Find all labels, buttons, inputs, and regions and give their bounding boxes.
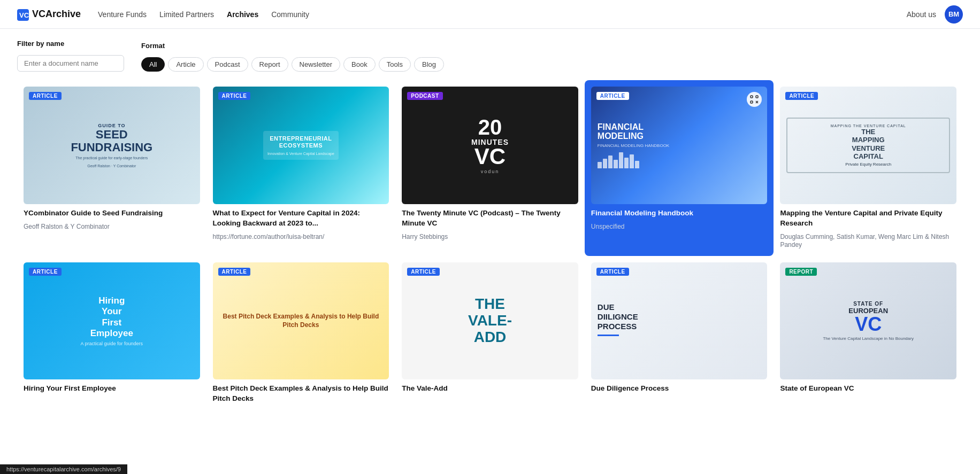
format-btn-all[interactable]: All — [141, 57, 165, 72]
book-visual-pitch: Best Pitch Deck Examples & Analysis to H… — [213, 262, 389, 380]
format-btn-podcast[interactable]: Podcast — [207, 57, 248, 72]
card-image-stateeuro: REPORT STATE OF EUROPEAN VC The Venture … — [780, 262, 956, 380]
map-subtitle: Private Equity Research — [793, 162, 944, 167]
card-mapvc[interactable]: ARTICLE MAPPING THE VENTURE CAPITAL THEM… — [774, 80, 963, 256]
card-eco[interactable]: ARTICLE ENTREPRENEURIALECOSYSTEMS Innova… — [206, 80, 396, 256]
nav-limited-partners[interactable]: Limited Partners — [159, 8, 214, 21]
card-image-eco: ARTICLE ENTREPRENEURIALECOSYSTEMS Innova… — [213, 87, 389, 204]
card-author-seed: Geoff Ralston & Y Combinator — [24, 223, 200, 231]
nav-links: Venture Funds Limited Partners Archives … — [98, 8, 907, 21]
card-image-hire: ARTICLE HiringYourFirstEmployee A practi… — [24, 262, 200, 380]
filter-row: Filter by name Format All Article Podcas… — [17, 40, 963, 72]
svg-rect-2 — [751, 96, 753, 98]
pitch-title: Best Pitch Deck Examples & Analysis to H… — [219, 313, 383, 329]
card-badge-pitch: ARTICLE — [218, 268, 251, 276]
eco-sub: Innovation & Venture Capital Landscape — [267, 152, 334, 156]
card-badge-20vc: PODCAST — [407, 92, 442, 100]
20vc-vc: VC — [474, 146, 506, 167]
book-visual-due: DUEDIILIGNCEPROCESS — [591, 262, 768, 380]
format-btn-article[interactable]: Article — [168, 57, 203, 72]
seed-authors: Geoff Ralston · Y Combinator — [87, 164, 136, 168]
book-visual-finmodel: FINANCIALMODELING FINANCIAL MODELING HAN… — [591, 87, 768, 204]
card-image-20vc: PODCAST 20 MINUTES VC vodun — [402, 87, 578, 204]
eco-title: ENTREPRENEURIALECOSYSTEMS — [267, 135, 334, 149]
navbar-right: About us BM — [907, 5, 963, 24]
seed-sub: The practical guide for early-stage foun… — [75, 156, 148, 160]
format-filter-group: Format All Article Podcast Report Newsle… — [141, 42, 444, 72]
card-stateeuro[interactable]: REPORT STATE OF EUROPEAN VC The Venture … — [774, 256, 963, 415]
card-badge-hire: ARTICLE — [29, 268, 62, 276]
book-visual-eco: ENTREPRENEURIALECOSYSTEMS Innovation & V… — [213, 87, 389, 204]
logo[interactable]: VC VCArchive — [17, 7, 81, 21]
card-image-seed: ARTICLE GUIDE TO SEEDFUNDRAISING The pra… — [24, 87, 200, 204]
navbar: VC VCArchive Venture Funds Limited Partn… — [0, 0, 980, 29]
format-btn-newsletter[interactable]: Newsletter — [292, 57, 340, 72]
format-btn-report[interactable]: Report — [251, 57, 288, 72]
card-badge-eco: ARTICLE — [218, 92, 251, 100]
hire-sub: A practical guide for founders — [81, 341, 143, 346]
nav-venture-funds[interactable]: Venture Funds — [98, 8, 147, 21]
fm-sub: FINANCIAL MODELING HANDBOOK — [598, 143, 669, 148]
book-visual-mapvc: MAPPING THE VENTURE CAPITAL THEMAPPINGVE… — [780, 87, 956, 204]
fm-chart — [598, 152, 639, 168]
user-avatar[interactable]: BM — [945, 5, 963, 24]
hire-title: HiringYourFirstEmployee — [90, 296, 133, 339]
card-author-mapvc: Douglas Cumming, Satish Kumar, Weng Marc… — [780, 233, 956, 250]
map-label: MAPPING THE VENTURE CAPITAL — [793, 124, 944, 128]
card-title-eco: What to Expect for Venture Capital in 20… — [213, 208, 389, 229]
card-title-finmodel: Financial Modeling Handbook — [591, 208, 768, 219]
card-author-20vc: Harry Stebbings — [402, 233, 578, 242]
archive-grid: ARTICLE GUIDE TO SEEDFUNDRAISING The pra… — [0, 80, 980, 432]
due-line — [598, 335, 619, 336]
nav-community[interactable]: Community — [271, 8, 309, 21]
20vc-num: 20 — [478, 116, 502, 138]
about-link[interactable]: About us — [907, 10, 936, 19]
format-btn-tools[interactable]: Tools — [379, 57, 411, 72]
card-due[interactable]: ARTICLE DUEDIILIGNCEPROCESS Due Diligenc… — [585, 256, 774, 415]
due-title: DUEDIILIGNCEPROCESS — [598, 302, 638, 331]
card-image-mapvc: ARTICLE MAPPING THE VENTURE CAPITAL THEM… — [780, 87, 956, 204]
20vc-brand: vodun — [481, 169, 500, 174]
book-visual-stateeuro: STATE OF EUROPEAN VC The Venture Capital… — [780, 262, 956, 380]
card-author-eco: https://fortune.com/author/luisa-beltran… — [213, 233, 389, 242]
card-vale[interactable]: ARTICLE THEVALE-ADD The Vale-Add — [395, 256, 585, 415]
card-author-finmodel: Unspecified — [591, 223, 768, 231]
card-badge-due: ARTICLE — [596, 268, 629, 276]
map-title: THEMAPPINGVENTURECAPITAL — [793, 128, 944, 161]
card-seed-fundraising[interactable]: ARTICLE GUIDE TO SEEDFUNDRAISING The pra… — [17, 80, 206, 256]
seed-big-title: SEEDFUNDRAISING — [71, 128, 152, 154]
card-image-pitch: ARTICLE Best Pitch Deck Examples & Analy… — [213, 262, 389, 380]
card-badge-finmodel: ARTICLE — [596, 92, 629, 100]
card-hire[interactable]: ARTICLE HiringYourFirstEmployee A practi… — [17, 256, 206, 415]
name-filter-group: Filter by name — [17, 40, 124, 72]
book-visual-vale: THEVALE-ADD — [402, 262, 578, 380]
card-badge-mapvc: ARTICLE — [785, 92, 818, 100]
book-visual-hire: HiringYourFirstEmployee A practical guid… — [24, 262, 200, 380]
card-title-vale: The Vale-Add — [402, 384, 578, 394]
name-filter-input[interactable] — [17, 55, 124, 72]
card-badge-seed: ARTICLE — [29, 92, 62, 100]
card-finmodel[interactable]: ARTICLE FINANCIALMODELING FINANCIAL MODE… — [585, 80, 774, 256]
card-title-hire: Hiring Your First Employee — [24, 384, 200, 394]
card-title-due: Due Diligence Process — [591, 384, 768, 394]
card-pitch[interactable]: ARTICLE Best Pitch Deck Examples & Analy… — [206, 256, 396, 415]
nav-archives[interactable]: Archives — [227, 8, 258, 21]
name-filter-label: Filter by name — [17, 40, 124, 48]
logo-vc-text: VC — [17, 7, 30, 21]
card-image-finmodel: ARTICLE FINANCIALMODELING FINANCIAL MODE… — [591, 87, 768, 204]
logo-text: VCArchive — [32, 9, 81, 20]
format-btn-book[interactable]: Book — [343, 57, 376, 72]
format-filter-label: Format — [141, 42, 444, 50]
card-title-seed: YCombinator Guide to Seed Fundraising — [24, 208, 200, 219]
se-vc: VC — [855, 315, 882, 334]
card-image-due: ARTICLE DUEDIILIGNCEPROCESS — [591, 262, 768, 380]
card-badge-vale: ARTICLE — [407, 268, 440, 276]
se-state: STATE OF — [853, 301, 883, 307]
format-btn-blog[interactable]: Blog — [414, 57, 444, 72]
card-badge-stateeuro: REPORT — [785, 268, 817, 276]
card-title-20vc: The Twenty Minute VC (Podcast) – The Twe… — [402, 208, 578, 229]
svg-rect-4 — [751, 101, 753, 103]
card-20vc[interactable]: PODCAST 20 MINUTES VC vodun The Twenty M… — [395, 80, 585, 256]
format-buttons: All Article Podcast Report Newsletter Bo… — [141, 57, 444, 72]
svg-rect-3 — [756, 96, 758, 98]
